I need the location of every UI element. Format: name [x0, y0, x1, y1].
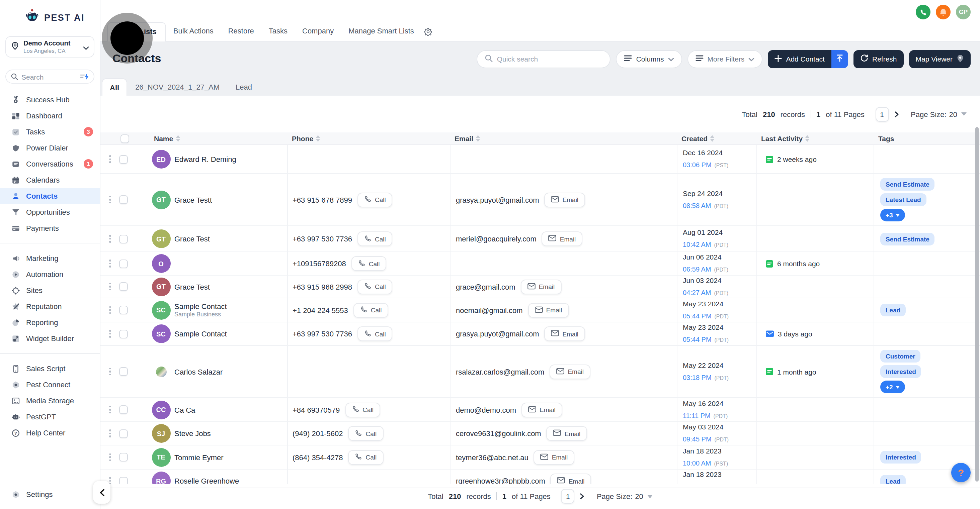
page-size-select[interactable]: Page Size: 20 [911, 110, 967, 118]
table-row[interactable]: SC Sample Contact Sample Business +1 204… [100, 298, 980, 322]
page-number-box[interactable]: 1 [561, 489, 575, 504]
row-menu-kebab-icon[interactable] [109, 368, 111, 376]
top-nav-manage-smart-lists[interactable]: Manage Smart Lists [341, 22, 422, 41]
sort-icon[interactable] [316, 135, 320, 142]
next-page-chevron-icon[interactable] [580, 493, 585, 499]
sidebar-item-conversations[interactable]: Conversations1 [0, 156, 100, 172]
page-number-box[interactable]: 1 [875, 107, 889, 121]
sort-icon[interactable] [476, 135, 480, 142]
top-nav-restore[interactable]: Restore [221, 22, 261, 41]
table-row[interactable]: GT Grace Test +63 915 968 2998 Call grac… [100, 276, 980, 298]
sidebar-item-help-center[interactable]: ?Help Center [0, 425, 100, 441]
email-button[interactable]: Email [521, 279, 562, 294]
email-button[interactable]: Email [550, 364, 590, 379]
row-menu-kebab-icon[interactable] [109, 155, 111, 163]
sort-icon[interactable] [176, 135, 180, 142]
call-button[interactable]: Call [358, 279, 393, 294]
row-checkbox[interactable] [119, 429, 127, 438]
columns-button[interactable]: Columns [616, 50, 682, 68]
email-button[interactable]: Email [550, 474, 592, 484]
sidebar-item-settings[interactable]: Settings [0, 486, 100, 502]
next-page-chevron-icon[interactable] [894, 111, 899, 117]
table-row[interactable]: CC Ca Ca +84 69370579 Call demo@demo.com… [100, 398, 980, 422]
contact-name[interactable]: Sample Contact [174, 302, 227, 310]
email-button[interactable]: Email [528, 303, 569, 317]
row-checkbox[interactable] [119, 367, 127, 376]
contact-name[interactable]: Tommie Eymer [174, 453, 224, 461]
row-checkbox[interactable] [119, 195, 127, 204]
sidebar-item-pestgpt[interactable]: PestGPT [0, 409, 100, 425]
email-button[interactable]: Email [544, 192, 585, 207]
row-checkbox[interactable] [119, 453, 127, 461]
table-row[interactable]: O +109156789208 Call Jun 06 2024 06:59 A… [100, 252, 980, 276]
contact-name[interactable]: Steve Jobs [174, 430, 211, 438]
column-header-last-activity[interactable]: Last Activity [761, 135, 803, 143]
more-filters-button[interactable]: More Filters [687, 50, 763, 68]
sidebar-item-automation[interactable]: Automation [0, 266, 100, 282]
row-menu-kebab-icon[interactable] [109, 330, 111, 338]
column-header-email[interactable]: Email [455, 135, 473, 143]
brand-logo[interactable]: PEST AI [0, 0, 100, 27]
email-button[interactable]: Email [547, 426, 587, 441]
call-button[interactable]: Call [348, 426, 383, 441]
sidebar-item-tasks[interactable]: Tasks3 [0, 124, 100, 140]
table-row[interactable]: GT Grace Test +63 997 530 7736 Call meri… [100, 226, 980, 252]
email-button[interactable]: Email [522, 402, 562, 417]
sidebar-item-widget-builder[interactable]: Widget Builder [0, 330, 100, 346]
sidebar-item-power-dialer[interactable]: Power Dialer [0, 140, 100, 156]
contact-name[interactable]: Grace Testt [174, 196, 212, 204]
top-nav-bulk-actions[interactable]: Bulk Actions [166, 22, 221, 41]
quick-search-input[interactable] [497, 55, 591, 63]
contact-name[interactable]: Sample Contact [174, 330, 227, 338]
call-button[interactable]: Call [358, 327, 393, 341]
sidebar-item-opportunities[interactable]: Opportunities [0, 204, 100, 220]
table-row[interactable]: GT Grace Testt +63 915 678 7899 Call gra… [100, 174, 980, 226]
email-button[interactable]: Email [534, 450, 575, 465]
row-checkbox[interactable] [119, 282, 127, 291]
bell-icon[interactable] [936, 5, 951, 19]
row-checkbox[interactable] [119, 405, 127, 414]
row-menu-kebab-icon[interactable] [109, 260, 111, 268]
contact-name[interactable]: Grace Test [174, 235, 210, 243]
quick-actions-bolt-icon[interactable] [80, 72, 89, 81]
call-button[interactable]: Call [358, 192, 393, 207]
top-nav-company[interactable]: Company [295, 22, 341, 41]
sidebar-item-marketing[interactable]: Marketing [0, 250, 100, 266]
column-header-created[interactable]: Created [681, 135, 708, 143]
call-button[interactable]: Call [353, 303, 388, 317]
contact-name[interactable]: Carlos Salazar [174, 368, 223, 376]
row-menu-kebab-icon[interactable] [109, 283, 111, 291]
sidebar-search-input[interactable] [21, 73, 71, 81]
tab-all[interactable]: All [102, 78, 127, 96]
tag-pill[interactable]: +3 [880, 209, 905, 221]
row-checkbox[interactable] [119, 477, 127, 484]
sidebar-search[interactable] [5, 70, 94, 84]
import-contacts-button[interactable] [831, 50, 848, 68]
sidebar-collapse-button[interactable] [93, 481, 110, 504]
sidebar-item-success-hub[interactable]: Success Hub [0, 92, 100, 108]
contact-name[interactable]: Roselle Greenhowe [174, 477, 239, 484]
sidebar-item-media-storage[interactable]: Media Storage [0, 393, 100, 409]
email-button[interactable]: Email [544, 327, 585, 341]
sort-icon[interactable] [710, 135, 714, 142]
row-checkbox[interactable] [119, 259, 127, 268]
help-fab-button[interactable]: ? [951, 463, 970, 482]
column-header-tags[interactable]: Tags [878, 135, 894, 143]
contact-name[interactable]: Grace Test [174, 282, 210, 291]
table-row[interactable]: ED Edward R. Deming Dec 16 2024 03:06 PM… [100, 145, 980, 174]
table-row[interactable]: SC Sample Contact +63 997 530 7736 Call … [100, 322, 980, 346]
user-avatar[interactable]: GP [956, 5, 970, 19]
table-row[interactable]: TE Tommie Eymer (864) 354-4278 Call teym… [100, 446, 980, 469]
row-menu-kebab-icon[interactable] [109, 454, 111, 461]
row-menu-kebab-icon[interactable] [109, 196, 111, 204]
add-contact-button[interactable]: Add Contact [768, 50, 831, 68]
account-selector[interactable]: Demo Account Los Angeles, CA [5, 36, 94, 57]
row-menu-kebab-icon[interactable] [109, 306, 111, 314]
call-button[interactable]: Call [348, 450, 383, 465]
column-header-phone[interactable]: Phone [292, 135, 313, 143]
row-menu-kebab-icon[interactable] [109, 235, 111, 243]
column-header-name[interactable]: Name [154, 135, 173, 143]
call-button[interactable]: Call [345, 402, 380, 417]
sidebar-item-reputation[interactable]: Reputation [0, 298, 100, 314]
page-size-select[interactable]: Page Size: 20 [597, 492, 653, 500]
